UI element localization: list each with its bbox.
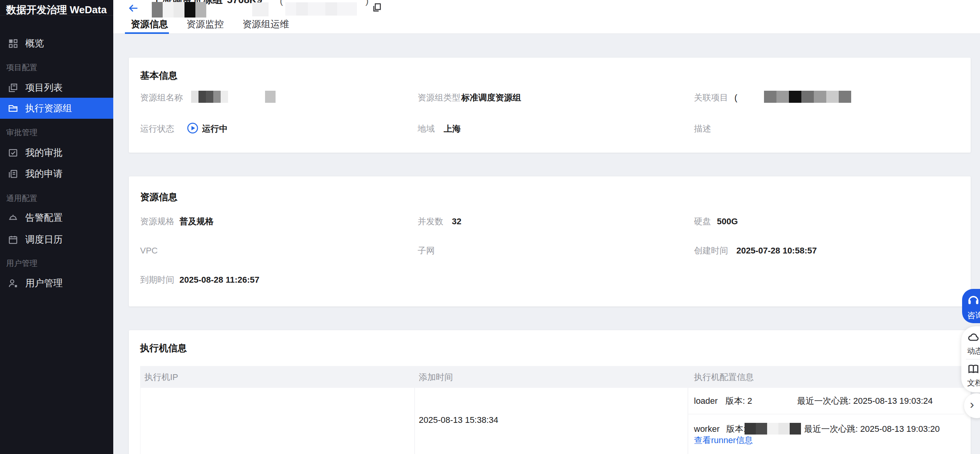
worker-heartbeat: 最近一次心跳: 2025-08-13 19:03:20	[804, 425, 940, 433]
sidebar: 数据开发治理 WeData 概览 项目配置 项目列表 执行资源组 审批管理	[0, 0, 113, 454]
title-redaction-block	[184, 2, 195, 18]
my-approval-icon	[8, 148, 18, 158]
panel-divider	[966, 359, 980, 359]
config-row-divider	[688, 414, 964, 414]
app-title: 数据开发治理 WeData	[6, 3, 107, 17]
help-panel: 动态 文档	[961, 326, 980, 392]
chevron-right-icon: ›	[970, 397, 974, 412]
sidebar-section-general-config: 通用配置	[6, 193, 37, 204]
back-button[interactable]	[126, 2, 141, 15]
copy-icon[interactable]	[372, 2, 382, 13]
sidebar-item-exec-resource-group[interactable]: 执行资源组	[0, 98, 113, 119]
title-id-redaction	[296, 2, 308, 16]
resource-group-icon	[8, 103, 18, 114]
running-status-icon	[187, 122, 198, 135]
field-label-disk: 硬盘	[694, 217, 711, 226]
basic-info-title: 基本信息	[140, 69, 177, 82]
group-name-redaction	[265, 91, 276, 103]
field-label-group-name: 资源组名称	[140, 93, 183, 102]
tab-resource-monitor[interactable]: 资源监控	[186, 18, 224, 33]
news-cloud-icon[interactable]	[967, 331, 980, 345]
sidebar-section-user-management: 用户管理	[6, 258, 37, 269]
loader-name: loader	[694, 397, 718, 405]
dashboard-icon	[8, 38, 18, 49]
wedata-console: 数据开发治理 WeData 概览 项目配置 项目列表 执行资源组 审批管理	[0, 0, 980, 454]
field-label-description: 描述	[694, 125, 711, 133]
sidebar-item-label: 我的申请	[25, 167, 63, 180]
worker-name: worker	[694, 425, 720, 433]
loader-heartbeat: 最近一次心跳: 2025-08-13 19:03:24	[797, 397, 933, 405]
title-redaction-block	[163, 2, 174, 18]
sidebar-section-approval: 审批管理	[6, 127, 37, 138]
field-label-linked-project: 关联项目	[694, 93, 728, 102]
consult-label: 咨询	[967, 310, 980, 321]
sidebar-item-label: 执行资源组	[25, 102, 72, 114]
field-value-group-type: 标准调度资源组	[461, 93, 521, 102]
calendar-icon	[8, 234, 18, 245]
sidebar-item-alarm-config[interactable]: 告警配置	[0, 207, 113, 228]
sidebar-item-user-management[interactable]: 用户管理	[0, 273, 113, 294]
project-list-icon	[8, 83, 18, 93]
title-redaction-block	[252, 2, 269, 16]
docs-book-icon[interactable]	[967, 363, 980, 377]
field-value-linked-project: (	[734, 93, 737, 102]
my-application-icon	[8, 169, 18, 179]
news-label[interactable]: 动态	[967, 346, 980, 356]
cell-added-time: 2025-08-13 15:38:34	[419, 416, 498, 424]
resource-info-card: 资源信息 资源规格 普及规格 并发数 32 硬盘 500G VPC 子网 创建时…	[129, 176, 971, 306]
column-header-executor-ip: 执行机IP	[144, 373, 178, 382]
field-value-expires-at: 2025-08-28 11:26:57	[179, 276, 260, 284]
column-header-executor-config: 执行机配置信息	[694, 373, 754, 382]
title-redaction-block	[174, 2, 184, 18]
field-label-created-at: 创建时间	[694, 246, 728, 255]
executor-info-title: 执行机信息	[140, 342, 187, 354]
linked-project-redaction	[764, 91, 851, 103]
executor-info-card: 执行机信息 执行机IP 添加时间 执行机配置信息 2025-08-13 15:3…	[129, 330, 971, 454]
basic-info-card: 基本信息 资源组名称 资源组类型 标准调度资源组 关联项目 ( 运行状态 运行中…	[129, 58, 971, 153]
field-value-disk: 500G	[717, 217, 738, 226]
table-column-divider	[414, 388, 415, 454]
field-value-spec: 普及规格	[179, 217, 214, 226]
field-label-group-type: 资源组类型	[418, 93, 460, 102]
sidebar-item-overview[interactable]: 概览	[0, 33, 113, 54]
title-paren-close: )	[365, 0, 369, 5]
page-header: 上海调度资源组 5708K9 ( ) 资源信息 资源监控 资源组运维	[113, 0, 980, 34]
tab-resource-group-ops[interactable]: 资源组运维	[242, 18, 289, 33]
worker-version-redaction	[745, 423, 801, 435]
consult-button[interactable]: 咨询	[962, 289, 980, 323]
field-label-run-status: 运行状态	[140, 125, 174, 133]
user-management-icon	[8, 278, 18, 289]
main-area: 上海调度资源组 5708K9 ( ) 资源信息 资源监控 资源组运维	[113, 0, 980, 454]
title-redaction-block	[195, 2, 206, 18]
sidebar-item-label: 项目列表	[25, 81, 63, 94]
title-id-redaction	[325, 2, 337, 16]
field-value-created-at: 2025-07-28 10:58:57	[736, 246, 817, 255]
field-label-vpc: VPC	[140, 246, 158, 255]
sidebar-item-label: 概览	[25, 37, 44, 49]
field-label-region: 地域	[418, 125, 435, 133]
field-label-subnet: 子网	[418, 246, 435, 255]
field-label-expires-at: 到期时间	[140, 276, 174, 284]
loader-version: 版本: 2	[725, 397, 752, 405]
sidebar-item-label: 用户管理	[25, 277, 63, 289]
sidebar-item-label: 调度日历	[25, 233, 63, 246]
field-label-spec: 资源规格	[140, 217, 174, 226]
table-left-border	[140, 388, 141, 454]
headset-icon	[966, 293, 980, 308]
title-paren-open: (	[280, 0, 283, 5]
sidebar-item-project-list[interactable]: 项目列表	[0, 77, 113, 98]
field-label-concurrency: 并发数	[418, 217, 443, 226]
group-name-redaction	[191, 91, 228, 103]
tab-resource-info[interactable]: 资源信息	[131, 18, 168, 33]
table-column-divider	[688, 388, 688, 454]
executor-table-header	[140, 366, 964, 388]
field-value-concurrency: 32	[452, 217, 461, 226]
sidebar-item-schedule-calendar[interactable]: 调度日历	[0, 229, 113, 250]
field-value-region: 上海	[444, 125, 461, 133]
docs-label[interactable]: 文档	[967, 378, 980, 388]
sidebar-item-label: 我的审批	[25, 146, 63, 159]
sidebar-item-my-approvals[interactable]: 我的审批	[0, 142, 113, 163]
view-runner-info-link[interactable]: 查看runner信息	[694, 436, 753, 445]
field-value-run-status: 运行中	[202, 125, 228, 133]
sidebar-item-my-applications[interactable]: 我的申请	[0, 163, 113, 184]
